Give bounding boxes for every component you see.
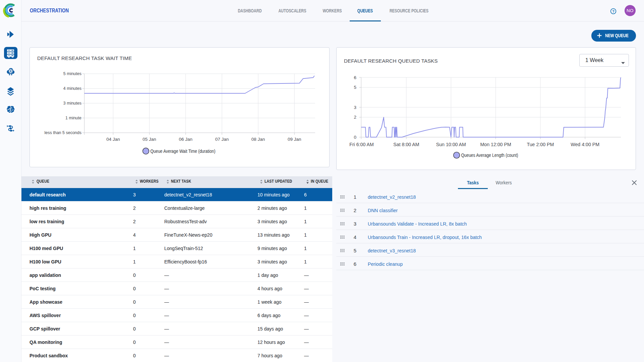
- svg-text:Queue Average Wait Time (durat: Queue Average Wait Time (duration): [151, 148, 216, 154]
- svg-text:3: 3: [354, 105, 356, 110]
- svg-text:Sun 10:00 AM: Sun 10:00 AM: [436, 142, 466, 147]
- svg-text:less than 5 seconds: less than 5 seconds: [45, 130, 82, 135]
- svg-text:Sat 8:00 AM: Sat 8:00 AM: [393, 142, 419, 147]
- svg-text:09 Jan: 09 Jan: [288, 137, 301, 142]
- svg-text:Wed 4:00 PM: Wed 4:00 PM: [571, 142, 599, 147]
- svg-text:04 Jan: 04 Jan: [106, 137, 120, 142]
- svg-text:05 Jan: 05 Jan: [142, 137, 156, 142]
- svg-text:06 Jan: 06 Jan: [179, 137, 193, 142]
- svg-text:Tue 2:00 PM: Tue 2:00 PM: [527, 142, 554, 147]
- svg-text:6: 6: [354, 75, 356, 80]
- svg-text:5: 5: [354, 85, 356, 90]
- svg-text:5 minutes: 5 minutes: [63, 71, 81, 76]
- svg-text:Fri 6:00 AM: Fri 6:00 AM: [349, 142, 374, 147]
- svg-text:07 Jan: 07 Jan: [215, 137, 229, 142]
- svg-text:Queues Average Length (count): Queues Average Length (count): [461, 153, 518, 158]
- svg-text:2: 2: [354, 115, 356, 120]
- svg-text:?: ?: [612, 9, 614, 13]
- svg-text:4 minutes: 4 minutes: [63, 86, 81, 91]
- svg-text:08 Jan: 08 Jan: [251, 137, 265, 142]
- svg-text:0: 0: [354, 135, 356, 140]
- svg-text:3 minutes: 3 minutes: [63, 101, 81, 106]
- svg-text:Mon 12:00 PM: Mon 12:00 PM: [480, 142, 511, 147]
- svg-text:1 minute: 1 minute: [65, 116, 81, 120]
